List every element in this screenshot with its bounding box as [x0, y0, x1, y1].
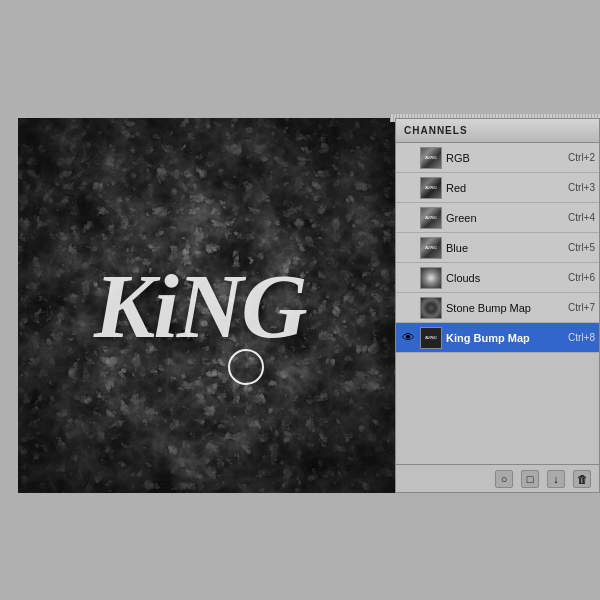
channel-shortcut-stone-bump-map: Ctrl+7 — [568, 302, 595, 313]
footer-icon-square[interactable]: □ — [521, 470, 539, 488]
thumb-king-bump-map: KiNG — [420, 327, 442, 349]
eye-icon-green[interactable] — [400, 210, 416, 226]
canvas-area: KiNG — [18, 118, 403, 493]
channel-item-blue[interactable]: KiNGBlueCtrl+5 — [396, 233, 599, 263]
footer-icon-circle[interactable]: ○ — [495, 470, 513, 488]
channel-shortcut-king-bump-map: Ctrl+8 — [568, 332, 595, 343]
eye-icon-red[interactable] — [400, 180, 416, 196]
svg-rect-3 — [18, 118, 403, 493]
thumb-green: KiNG — [420, 207, 442, 229]
main-container: KiNG CHANNELS KiNGRGBCtrl+2KiNGRedCtrl+3… — [0, 0, 600, 600]
channel-item-king-bump-map[interactable]: 👁KiNGKing Bump MapCtrl+8 — [396, 323, 599, 353]
channels-panel: CHANNELS KiNGRGBCtrl+2KiNGRedCtrl+3KiNGG… — [395, 118, 600, 493]
canvas-background — [18, 118, 403, 493]
panel-footer: ○□↓🗑 — [396, 464, 599, 492]
thumb-blue: KiNG — [420, 237, 442, 259]
channel-name-red: Red — [446, 182, 564, 194]
channel-shortcut-green: Ctrl+4 — [568, 212, 595, 223]
thumb-stone-bump-map — [420, 297, 442, 319]
footer-icon-trash[interactable]: 🗑 — [573, 470, 591, 488]
channel-item-clouds[interactable]: CloudsCtrl+6 — [396, 263, 599, 293]
eye-icon-blue[interactable] — [400, 240, 416, 256]
channel-shortcut-red: Ctrl+3 — [568, 182, 595, 193]
panel-title: CHANNELS — [404, 125, 468, 136]
eye-icon-rgb[interactable] — [400, 150, 416, 166]
eye-icon-king-bump-map[interactable]: 👁 — [400, 330, 416, 346]
channel-shortcut-blue: Ctrl+5 — [568, 242, 595, 253]
channel-name-clouds: Clouds — [446, 272, 564, 284]
eye-icon-clouds[interactable] — [400, 270, 416, 286]
top-bar — [0, 0, 600, 118]
channel-list: KiNGRGBCtrl+2KiNGRedCtrl+3KiNGGreenCtrl+… — [396, 143, 599, 353]
channel-name-king-bump-map: King Bump Map — [446, 332, 564, 344]
thumb-rgb: KiNG — [420, 147, 442, 169]
eye-icon-stone-bump-map[interactable] — [400, 300, 416, 316]
channel-item-rgb[interactable]: KiNGRGBCtrl+2 — [396, 143, 599, 173]
channel-name-blue: Blue — [446, 242, 564, 254]
channel-item-stone-bump-map[interactable]: Stone Bump MapCtrl+7 — [396, 293, 599, 323]
channel-shortcut-rgb: Ctrl+2 — [568, 152, 595, 163]
thumb-red: KiNG — [420, 177, 442, 199]
footer-icon-arrow-down[interactable]: ↓ — [547, 470, 565, 488]
panel-header: CHANNELS — [396, 119, 599, 143]
channel-shortcut-clouds: Ctrl+6 — [568, 272, 595, 283]
channel-name-green: Green — [446, 212, 564, 224]
thumb-clouds — [420, 267, 442, 289]
channel-item-green[interactable]: KiNGGreenCtrl+4 — [396, 203, 599, 233]
brush-circle — [228, 349, 264, 385]
channel-name-stone-bump-map: Stone Bump Map — [446, 302, 564, 314]
channel-name-rgb: RGB — [446, 152, 564, 164]
channel-item-red[interactable]: KiNGRedCtrl+3 — [396, 173, 599, 203]
